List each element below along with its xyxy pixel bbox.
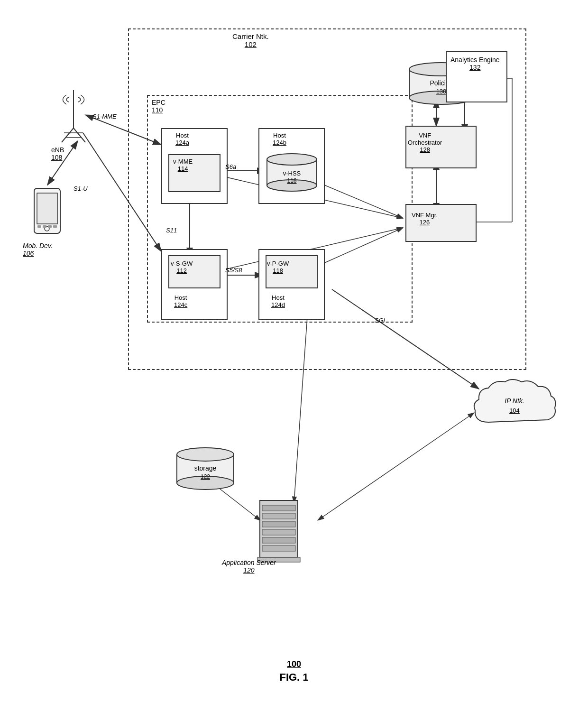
- svg-text:116: 116: [287, 177, 296, 184]
- host-124a-label: Host 124a: [175, 132, 189, 146]
- host-124b-label: Host 124b: [273, 132, 286, 146]
- svg-rect-59: [262, 537, 295, 543]
- app-server-rack: [250, 498, 307, 566]
- carrier-ntk-label: Carrier Ntk. 102: [232, 32, 269, 48]
- epc-label: EPC 110: [152, 99, 165, 114]
- svg-text:130: 130: [436, 88, 447, 95]
- svg-rect-34: [43, 225, 46, 228]
- svg-text:storage: storage: [194, 464, 217, 472]
- host-124d-label: Host 124d: [271, 294, 285, 308]
- ip-ntk-cloud: IP Ntk. 104: [469, 375, 560, 438]
- svg-text:122: 122: [201, 473, 210, 480]
- v-pgw-label: v-P-GW 118: [267, 260, 289, 274]
- diagram: Carrier Ntk. 102 EPC 110 eNB 108: [0, 0, 588, 703]
- vnf-orch-label: VNFOrchestrator 128: [408, 132, 442, 153]
- svg-rect-36: [53, 225, 57, 228]
- v-mme-label: v-MME 114: [173, 158, 193, 172]
- analytics-label: Analytics Engine 132: [450, 56, 500, 71]
- svg-rect-31: [37, 193, 57, 224]
- s1-mme-label: S1-MME: [92, 113, 117, 120]
- svg-text:v-HSS: v-HSS: [283, 170, 301, 177]
- svg-rect-35: [48, 225, 52, 228]
- svg-rect-57: [262, 521, 295, 527]
- host-124c-label: Host 124c: [174, 294, 187, 308]
- figure-label: 100 FIG. 1: [237, 659, 351, 684]
- s11-label: S11: [166, 227, 177, 234]
- v-hss-cylinder: v-HSS 116: [265, 151, 319, 194]
- app-server-label: Application Server 120: [222, 559, 276, 574]
- mobile-device: [29, 187, 65, 246]
- storage-cylinder: storage 122: [175, 446, 236, 496]
- svg-text:104: 104: [509, 407, 520, 414]
- v-sgw-label: v-S-GW 112: [171, 260, 193, 274]
- svg-rect-56: [262, 513, 295, 519]
- enb-label: eNB 108: [51, 146, 64, 161]
- vnf-mgr-label: VNF Mgr. 126: [412, 212, 438, 226]
- svg-rect-55: [262, 505, 295, 511]
- enb-tower: [57, 88, 90, 147]
- s1-u-label: S1-U: [74, 185, 88, 192]
- svg-line-27: [74, 128, 85, 142]
- svg-rect-58: [262, 529, 295, 535]
- svg-rect-33: [37, 225, 41, 228]
- svg-point-50: [177, 448, 234, 461]
- svg-point-38: [267, 154, 317, 165]
- svg-text:IP Ntk.: IP Ntk.: [505, 397, 524, 405]
- mob-dev-label: Mob. Dev. 106: [23, 242, 53, 257]
- svg-line-24: [322, 413, 474, 517]
- svg-line-26: [62, 128, 74, 142]
- s5s8-label: S5/S8: [225, 267, 242, 274]
- sgi-label: SGi: [375, 317, 385, 324]
- s6a-label: S6a: [225, 163, 236, 170]
- svg-rect-60: [262, 546, 295, 551]
